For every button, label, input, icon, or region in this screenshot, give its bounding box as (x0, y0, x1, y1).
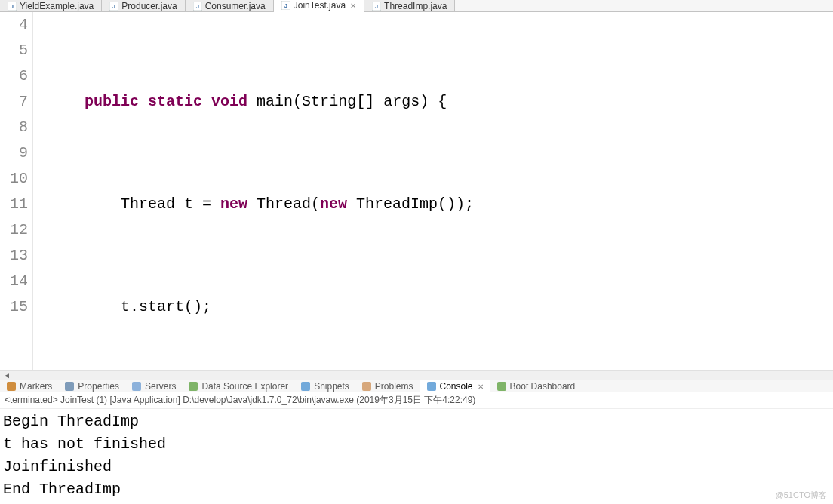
view-tab-label: Boot Dashboard (510, 381, 576, 392)
console-output[interactable]: Begin ThreadImpt has not finishedJoinfin… (0, 409, 833, 504)
java-file-icon: J (8, 2, 17, 11)
svg-text:J: J (196, 2, 199, 9)
editor-tab[interactable]: JYieldExample.java (0, 0, 102, 11)
svg-rect-17 (497, 382, 506, 391)
close-tab-icon[interactable]: ✕ (350, 2, 356, 10)
line-number: 11 (0, 192, 28, 217)
console-process-description: <terminated> JoinTest (1) [Java Applicat… (0, 392, 833, 409)
editor-tab-label: YieldExample.java (20, 1, 94, 11)
console-output-line: Begin ThreadImp (3, 410, 830, 433)
line-number: 9 (0, 140, 28, 166)
boot-icon (496, 381, 507, 392)
line-number: 13 (0, 243, 28, 269)
view-tab-label: Data Source Explorer (201, 381, 288, 392)
line-number: 15 (0, 294, 28, 320)
view-tab-snippets[interactable]: Snippets (294, 380, 355, 392)
scroll-left-arrow-icon[interactable]: ◄ (0, 371, 14, 380)
line-number: 5 (0, 38, 28, 63)
fold-column (33, 12, 45, 370)
view-tab-label: Markers (20, 381, 52, 392)
line-number: 12 (0, 217, 28, 243)
editor-tab[interactable]: JThreadImp.java (364, 0, 455, 11)
view-tab-data-source-explorer[interactable]: Data Source Explorer (182, 380, 294, 392)
editor-area: 456789101112131415 public static void ma… (0, 12, 833, 380)
svg-text:J: J (284, 2, 287, 9)
line-number: 14 (0, 269, 28, 294)
console-output-line: Joinfinished (3, 456, 830, 478)
line-number: 10 (0, 166, 28, 192)
java-file-icon: J (281, 1, 290, 10)
console-output-line: End ThreadImp (3, 478, 830, 501)
view-tab-label: Snippets (314, 381, 349, 392)
code-line[interactable]: t.start(); (45, 294, 833, 320)
line-number-gutter: 456789101112131415 (0, 12, 33, 370)
java-file-icon: J (372, 2, 381, 11)
view-tab-properties[interactable]: Properties (58, 380, 125, 392)
view-tab-servers[interactable]: Servers (125, 380, 182, 392)
svg-rect-15 (362, 382, 371, 391)
data-icon (188, 381, 198, 392)
svg-rect-16 (427, 382, 436, 391)
view-tab-label: Problems (375, 381, 413, 392)
code-line[interactable]: Thread t = new Thread(new ThreadImp()); (45, 192, 833, 217)
editor-tab[interactable]: JProducer.java (102, 0, 185, 11)
markers-icon (6, 381, 17, 392)
code-content[interactable]: public static void main(String[] args) {… (45, 12, 833, 370)
svg-rect-11 (65, 382, 74, 391)
line-number: 4 (0, 12, 28, 38)
svg-rect-10 (7, 382, 16, 391)
snippets-icon (300, 381, 311, 392)
line-number: 6 (0, 63, 28, 89)
view-tab-label: Console (440, 381, 473, 392)
view-tab-label: Servers (145, 381, 176, 392)
code-editor[interactable]: 456789101112131415 public static void ma… (0, 12, 833, 370)
line-number: 8 (0, 115, 28, 140)
views-tabstrip: MarkersPropertiesServersData Source Expl… (0, 380, 833, 392)
java-file-icon: J (193, 2, 202, 11)
view-tab-boot-dashboard[interactable]: Boot Dashboard (490, 380, 582, 392)
watermark: @51CTO博客 (776, 490, 827, 501)
code-line[interactable]: public static void main(String[] args) { (45, 89, 833, 115)
console-output-line: t has not finished (3, 433, 830, 456)
java-file-icon: J (109, 2, 118, 11)
editor-tab[interactable]: JConsumer.java (186, 0, 274, 11)
line-number: 7 (0, 89, 28, 115)
svg-rect-14 (301, 382, 310, 391)
servers-icon (131, 381, 142, 392)
horizontal-scrollbar[interactable]: ◄ (0, 370, 833, 380)
console-icon (426, 381, 437, 392)
svg-text:J: J (112, 2, 115, 9)
problems-icon (361, 381, 372, 392)
view-tab-markers[interactable]: Markers (0, 380, 58, 392)
svg-text:J: J (11, 2, 14, 9)
editor-tab-label: JoinTest.java (294, 0, 346, 11)
editor-tab[interactable]: JJoinTest.java✕ (274, 0, 364, 12)
editor-tab-label: Producer.java (121, 1, 177, 11)
editor-tab-label: ThreadImp.java (384, 1, 447, 11)
svg-rect-13 (189, 382, 198, 391)
view-tab-problems[interactable]: Problems (355, 380, 420, 392)
view-tab-console[interactable]: Console✕ (420, 380, 490, 392)
close-view-icon[interactable]: ✕ (478, 383, 484, 391)
svg-text:J: J (375, 2, 378, 9)
properties-icon (64, 381, 75, 392)
view-tab-label: Properties (78, 381, 119, 392)
svg-rect-12 (132, 382, 141, 391)
editor-tabstrip: JYieldExample.javaJProducer.javaJConsume… (0, 0, 833, 12)
editor-tab-label: Consumer.java (205, 1, 266, 11)
console-view: <terminated> JoinTest (1) [Java Applicat… (0, 392, 833, 504)
